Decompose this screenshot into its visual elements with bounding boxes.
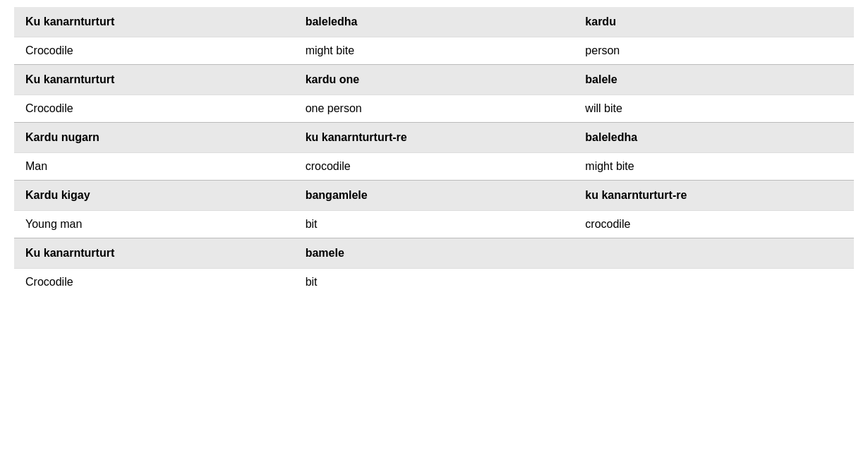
group-4-translation-row: Young manbitcrocodile [14,210,854,238]
group-4-translation-cell-2: bit [294,211,574,238]
table-group-4: Kardu kigaybangamleleku kanarnturturt-re… [14,180,854,238]
group-5-translation-cell-2: bit [294,269,574,296]
group-2-translation-row: Crocodileone personwill bite [14,95,854,122]
group-3-translation-cell-1: Man [14,153,294,180]
group-3-translation-row: Mancrocodilemight bite [14,152,854,180]
group-1-header-cell-2: baleledha [294,7,574,37]
group-1-translation-cell-2: might bite [294,37,574,64]
group-5-header-cell-3 [574,238,854,268]
group-1-header-cell-3: kardu [574,7,854,37]
group-5-translation-cell-1: Crocodile [14,269,294,296]
table-group-5: Ku kanarnturturtbameleCrocodilebit [14,238,854,296]
group-2-header-cell-2: kardu one [294,65,574,95]
group-1-header-cell-1: Ku kanarnturturt [14,7,294,37]
group-4-header-cell-2: bangamlele [294,181,574,210]
group-4-header-cell-1: Kardu kigay [14,181,294,210]
group-3-header-cell-2: ku kanarnturturt-re [294,123,574,152]
group-2-translation-cell-1: Crocodile [14,95,294,122]
group-1-translation-cell-1: Crocodile [14,37,294,64]
group-2-header-row: Ku kanarnturturtkardu onebalele [14,64,854,95]
group-5-header-cell-2: bamele [294,238,574,268]
group-2-translation-cell-3: will bite [574,95,854,122]
group-5-translation-cell-3 [574,269,854,296]
group-2-header-cell-1: Ku kanarnturturt [14,65,294,95]
main-table: Ku kanarnturturtbaleledhakarduCrocodilem… [14,7,854,296]
group-5-header-row: Ku kanarnturturtbamele [14,238,854,268]
group-1-header-row: Ku kanarnturturtbaleledhakardu [14,7,854,37]
table-group-3: Kardu nugarnku kanarnturturt-rebaleledha… [14,122,854,180]
group-3-header-row: Kardu nugarnku kanarnturturt-rebaleledha [14,122,854,152]
group-3-header-cell-1: Kardu nugarn [14,123,294,152]
group-2-translation-cell-2: one person [294,95,574,122]
group-1-translation-cell-3: person [574,37,854,64]
group-4-translation-cell-1: Young man [14,211,294,238]
group-3-header-cell-3: baleledha [574,123,854,152]
group-3-translation-cell-2: crocodile [294,153,574,180]
group-1-translation-row: Crocodilemight biteperson [14,37,854,64]
group-5-header-cell-1: Ku kanarnturturt [14,238,294,268]
table-group-1: Ku kanarnturturtbaleledhakarduCrocodilem… [14,7,854,64]
group-3-translation-cell-3: might bite [574,153,854,180]
group-4-header-row: Kardu kigaybangamleleku kanarnturturt-re [14,180,854,210]
group-4-header-cell-3: ku kanarnturturt-re [574,181,854,210]
group-5-translation-row: Crocodilebit [14,268,854,296]
group-2-header-cell-3: balele [574,65,854,95]
group-4-translation-cell-3: crocodile [574,211,854,238]
table-group-2: Ku kanarnturturtkardu onebaleleCrocodile… [14,64,854,122]
